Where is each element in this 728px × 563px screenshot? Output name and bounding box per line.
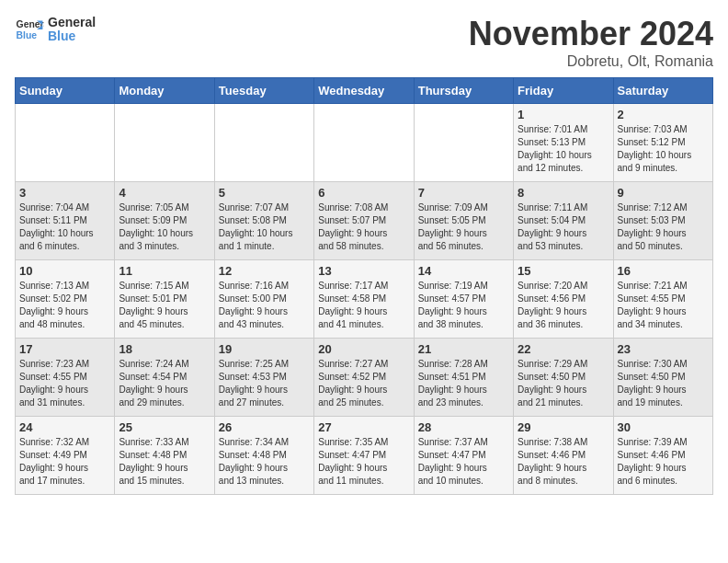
day-info-line: Sunset: 4:56 PM	[518, 293, 609, 305]
day-number: 1	[518, 108, 609, 121]
day-info-line: and 6 minutes.	[19, 240, 110, 253]
calendar-cell: 18Sunrise: 7:24 AMSunset: 4:54 PMDayligh…	[115, 339, 214, 417]
day-info-line: Sunset: 5:05 PM	[418, 214, 509, 227]
day-info-line: Sunrise: 7:07 AM	[219, 201, 310, 214]
day-info-line: Sunrise: 7:25 AM	[219, 358, 310, 371]
day-info-line: Sunrise: 7:17 AM	[318, 280, 409, 293]
header-thursday: Thursday	[414, 78, 513, 104]
day-info-line: Sunset: 5:08 PM	[219, 214, 310, 227]
calendar-cell	[314, 104, 414, 182]
calendar-cell: 23Sunrise: 7:30 AMSunset: 4:50 PMDayligh…	[613, 339, 712, 417]
calendar-cell: 10Sunrise: 7:13 AMSunset: 5:02 PMDayligh…	[16, 260, 115, 339]
page-header: General Blue General Blue November 2024 …	[15, 15, 713, 70]
day-info-line: Sunset: 4:57 PM	[418, 293, 509, 305]
day-number: 11	[119, 264, 210, 278]
day-info-line: Sunrise: 7:21 AM	[618, 280, 709, 293]
day-info-line: and 8 minutes.	[518, 475, 609, 488]
calendar-cell: 30Sunrise: 7:39 AMSunset: 4:46 PMDayligh…	[613, 417, 712, 495]
day-info-line: Sunrise: 7:16 AM	[219, 280, 310, 293]
day-info-line: Sunset: 4:46 PM	[518, 449, 609, 462]
day-number: 26	[219, 420, 310, 434]
logo-line2: Blue	[48, 29, 96, 43]
day-number: 20	[318, 342, 409, 356]
calendar-table: Sunday Monday Tuesday Wednesday Thursday…	[15, 77, 713, 495]
day-number: 30	[618, 420, 709, 434]
day-info-line: Daylight: 9 hours	[119, 384, 210, 396]
day-number: 21	[418, 342, 509, 356]
day-number: 19	[219, 342, 310, 356]
calendar-header: Sunday Monday Tuesday Wednesday Thursday…	[16, 78, 713, 104]
day-number: 7	[418, 186, 509, 200]
day-info-line: Sunset: 4:52 PM	[318, 371, 409, 384]
calendar-week-row: 24Sunrise: 7:32 AMSunset: 4:49 PMDayligh…	[16, 417, 713, 495]
calendar-cell: 20Sunrise: 7:27 AMSunset: 4:52 PMDayligh…	[314, 339, 414, 417]
day-info-line: Sunset: 4:58 PM	[318, 293, 409, 305]
calendar-week-row: 1Sunrise: 7:01 AMSunset: 5:13 PMDaylight…	[16, 104, 713, 182]
day-info-line: Daylight: 9 hours	[119, 305, 210, 318]
day-info-line: Daylight: 9 hours	[219, 462, 310, 475]
day-number: 4	[119, 186, 210, 200]
day-info-line: Sunrise: 7:30 AM	[618, 358, 709, 371]
day-info-line: Daylight: 9 hours	[518, 384, 609, 396]
header-tuesday: Tuesday	[214, 78, 313, 104]
day-number: 10	[19, 264, 110, 278]
day-info-line: and 41 minutes.	[318, 318, 409, 331]
day-info-line: Sunset: 4:48 PM	[119, 449, 210, 462]
day-info-line: Sunset: 4:51 PM	[418, 371, 509, 384]
day-info-line: Sunrise: 7:35 AM	[318, 436, 409, 449]
day-info-line: Daylight: 9 hours	[318, 305, 409, 318]
day-info-line: Daylight: 10 hours	[219, 227, 310, 240]
calendar-cell: 25Sunrise: 7:33 AMSunset: 4:48 PMDayligh…	[115, 417, 214, 495]
calendar-cell: 14Sunrise: 7:19 AMSunset: 4:57 PMDayligh…	[414, 260, 513, 339]
day-info-line: Sunrise: 7:38 AM	[518, 436, 609, 449]
day-info-line: and 43 minutes.	[219, 318, 310, 331]
day-info-line: Sunrise: 7:39 AM	[618, 436, 709, 449]
day-info-line: Daylight: 9 hours	[618, 462, 709, 475]
day-info-line: Sunrise: 7:29 AM	[518, 358, 609, 371]
day-info-line: and 15 minutes.	[119, 475, 210, 488]
calendar-cell: 21Sunrise: 7:28 AMSunset: 4:51 PMDayligh…	[414, 339, 513, 417]
day-info-line: Sunrise: 7:27 AM	[318, 358, 409, 371]
day-info-line: Sunrise: 7:03 AM	[618, 123, 709, 136]
calendar-body: 1Sunrise: 7:01 AMSunset: 5:13 PMDaylight…	[16, 104, 713, 495]
day-info-line: Daylight: 9 hours	[19, 462, 110, 475]
day-number: 5	[219, 186, 310, 200]
day-info-line: and 13 minutes.	[219, 475, 310, 488]
day-info-line: Daylight: 9 hours	[518, 305, 609, 318]
day-info-line: Daylight: 9 hours	[518, 227, 609, 240]
day-info-line: Sunset: 5:09 PM	[119, 214, 210, 227]
calendar-cell: 3Sunrise: 7:04 AMSunset: 5:11 PMDaylight…	[16, 182, 115, 260]
day-info-line: and 50 minutes.	[618, 240, 709, 253]
day-info-line: and 58 minutes.	[318, 240, 409, 253]
day-info-line: and 48 minutes.	[19, 318, 110, 331]
calendar-cell	[214, 104, 313, 182]
day-info-line: Sunrise: 7:05 AM	[119, 201, 210, 214]
day-info-line: and 1 minute.	[219, 240, 310, 253]
day-info-line: and 56 minutes.	[418, 240, 509, 253]
calendar-cell: 17Sunrise: 7:23 AMSunset: 4:55 PMDayligh…	[16, 339, 115, 417]
day-info-line: Sunrise: 7:01 AM	[518, 123, 609, 136]
day-number: 23	[618, 342, 709, 356]
calendar-cell: 9Sunrise: 7:12 AMSunset: 5:03 PMDaylight…	[613, 182, 712, 260]
day-info-line: Sunrise: 7:08 AM	[318, 201, 409, 214]
calendar-cell: 27Sunrise: 7:35 AMSunset: 4:47 PMDayligh…	[314, 417, 414, 495]
day-info-line: Daylight: 10 hours	[518, 149, 609, 162]
day-number: 29	[518, 420, 609, 434]
day-number: 13	[318, 264, 409, 278]
svg-text:Blue: Blue	[17, 30, 38, 40]
day-number: 12	[219, 264, 310, 278]
calendar-cell: 16Sunrise: 7:21 AMSunset: 4:55 PMDayligh…	[613, 260, 712, 339]
day-info-line: Daylight: 9 hours	[318, 462, 409, 475]
calendar-week-row: 10Sunrise: 7:13 AMSunset: 5:02 PMDayligh…	[16, 260, 713, 339]
day-number: 27	[318, 420, 409, 434]
calendar-cell: 1Sunrise: 7:01 AMSunset: 5:13 PMDaylight…	[514, 104, 613, 182]
calendar-cell: 8Sunrise: 7:11 AMSunset: 5:04 PMDaylight…	[514, 182, 613, 260]
day-info-line: Sunset: 5:01 PM	[119, 293, 210, 305]
day-info-line: and 17 minutes.	[19, 475, 110, 488]
day-info-line: Sunset: 5:04 PM	[518, 214, 609, 227]
calendar-cell	[414, 104, 513, 182]
day-info-line: Sunset: 4:46 PM	[618, 449, 709, 462]
header-sunday: Sunday	[16, 78, 115, 104]
day-info-line: and 38 minutes.	[418, 318, 509, 331]
calendar-cell: 5Sunrise: 7:07 AMSunset: 5:08 PMDaylight…	[214, 182, 313, 260]
